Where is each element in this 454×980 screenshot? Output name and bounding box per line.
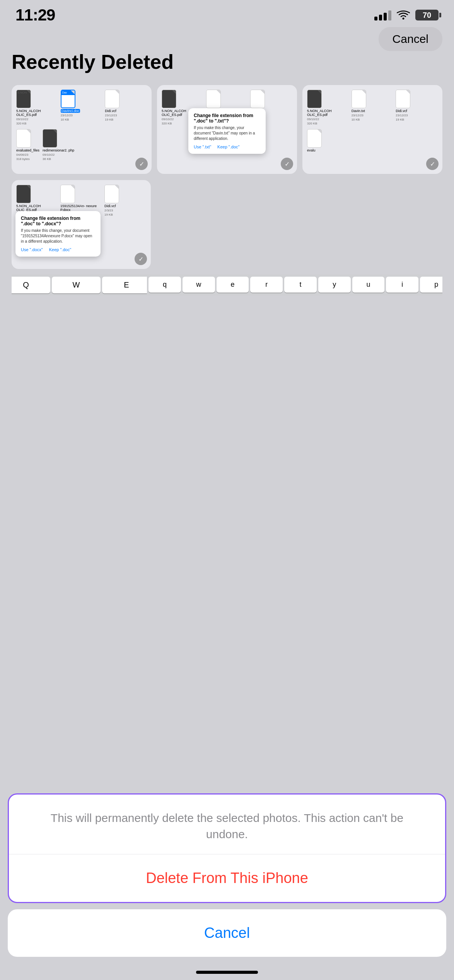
page-title: Recently Deleted bbox=[12, 50, 442, 73]
checkmark-2: ✓ bbox=[281, 158, 293, 170]
status-icons: 70 bbox=[374, 10, 439, 20]
tooltip-txt: Change file extension from ".doc" to ".t… bbox=[188, 108, 266, 154]
wifi-icon bbox=[397, 10, 410, 20]
file-icon: Dav bbox=[61, 90, 75, 108]
file-icon bbox=[206, 90, 221, 108]
action-sheet-message: This will permanently delete the selecte… bbox=[9, 795, 445, 854]
home-indicator bbox=[196, 971, 258, 974]
svg-point-0 bbox=[403, 18, 405, 20]
checkmark-1: ✓ bbox=[135, 158, 148, 170]
file-icon bbox=[250, 90, 265, 108]
signal-bars-icon bbox=[374, 10, 391, 20]
file-icon bbox=[60, 185, 75, 203]
cancel-button-top[interactable]: Cancel bbox=[379, 27, 442, 51]
files-content-area: Q W E R T Y U I P q w e r t y u i p bbox=[12, 85, 442, 386]
key-q[interactable]: q bbox=[148, 277, 181, 293]
delete-card: This will permanently delete the selecte… bbox=[8, 793, 446, 903]
file-tile-2: 5.NON_ALCOH OLIC_ES.pdf 09/10/22 320 KB … bbox=[157, 85, 297, 174]
file-item-1-2: Dav Davinci.doc 23/12/23 10 KB bbox=[61, 90, 103, 125]
status-bar: 11:29 70 bbox=[0, 0, 454, 23]
file-tile-1: 5.NON 5.NON_ALCOH OLIC_ES.pdf 09/10/22 3… bbox=[12, 85, 152, 174]
file-icon bbox=[396, 90, 410, 108]
file-icon bbox=[43, 129, 57, 148]
key-u[interactable]: u bbox=[352, 277, 385, 293]
file-icon bbox=[16, 129, 31, 148]
key-y[interactable]: y bbox=[318, 277, 351, 293]
cancel-button-bottom[interactable]: Cancel bbox=[8, 909, 446, 957]
file-icon bbox=[162, 90, 176, 108]
checkmark-3: ✓ bbox=[426, 158, 439, 170]
battery-icon: 70 bbox=[415, 10, 439, 20]
delete-from-iphone-button[interactable]: Delete From This iPhone bbox=[9, 854, 445, 902]
file-tile-bottom: 5.NON_ALCOH OLIC_ES.pdf 09/10/22 320 KB … bbox=[12, 180, 151, 269]
use-docx-button[interactable]: Use ".docx" bbox=[21, 247, 43, 252]
key-E[interactable]: E bbox=[102, 277, 151, 293]
keyboard-bottom-row: q w e r t y u i p bbox=[147, 274, 442, 295]
file-item-1-3: Didi.vcf 23/12/23 19 KB bbox=[105, 90, 147, 125]
key-r[interactable]: r bbox=[250, 277, 283, 293]
file-icon bbox=[104, 185, 119, 203]
file-item-1-1: 5.NON 5.NON_ALCOH OLIC_ES.pdf 09/10/22 3… bbox=[16, 90, 58, 125]
file-item-3-1: 5.NON_ALCOH OLIC_ES.pdf 09/10/22 320 KB bbox=[307, 90, 349, 125]
key-i[interactable]: i bbox=[386, 277, 418, 293]
key-t[interactable]: t bbox=[284, 277, 317, 293]
file-icon bbox=[307, 129, 322, 148]
keep-doc-button-2[interactable]: Keep ".doc" bbox=[49, 247, 71, 252]
file-icon bbox=[307, 90, 322, 108]
file-icon bbox=[105, 90, 119, 108]
key-p[interactable]: p bbox=[420, 277, 442, 293]
key-e[interactable]: e bbox=[217, 277, 249, 293]
file-item-1-5: redimensionar2. php 09/10/22 36 KB bbox=[43, 129, 74, 161]
file-item-1-4: evaluated_files 04/06/23 318 bytes bbox=[16, 129, 39, 161]
key-W[interactable]: W bbox=[52, 277, 101, 293]
file-icon: 5.NON bbox=[16, 90, 31, 108]
keep-doc-button[interactable]: Keep ".doc" bbox=[217, 145, 239, 149]
file-item-3-2: Davin.txt 23/12/23 10 KB bbox=[352, 90, 394, 125]
file-icon bbox=[16, 185, 31, 203]
use-txt-button[interactable]: Use ".txt" bbox=[194, 145, 211, 149]
key-w[interactable]: w bbox=[183, 277, 215, 293]
file-icon bbox=[352, 90, 366, 108]
file-item-b-3: Didi.vcf 2/3/23 19 KB bbox=[104, 185, 146, 220]
status-time: 11:29 bbox=[15, 6, 55, 24]
tooltip-docx: Change file extension from ".doc" to ".d… bbox=[15, 211, 101, 257]
cancel-card: Cancel bbox=[8, 909, 446, 957]
key-Q[interactable]: Q bbox=[12, 277, 50, 293]
action-sheet-overlay: This will permanently delete the selecte… bbox=[0, 793, 454, 980]
file-item-3-3: Didi.vcf 23/12/23 19 KB bbox=[396, 90, 438, 125]
checkmark-bottom: ✓ bbox=[135, 253, 147, 265]
main-content: Cancel Recently Deleted Q W E R T Y U I … bbox=[0, 23, 454, 386]
file-tile-3: 5.NON_ALCOH OLIC_ES.pdf 09/10/22 320 KB … bbox=[302, 85, 442, 174]
file-item-3-4: evalu bbox=[307, 129, 322, 152]
